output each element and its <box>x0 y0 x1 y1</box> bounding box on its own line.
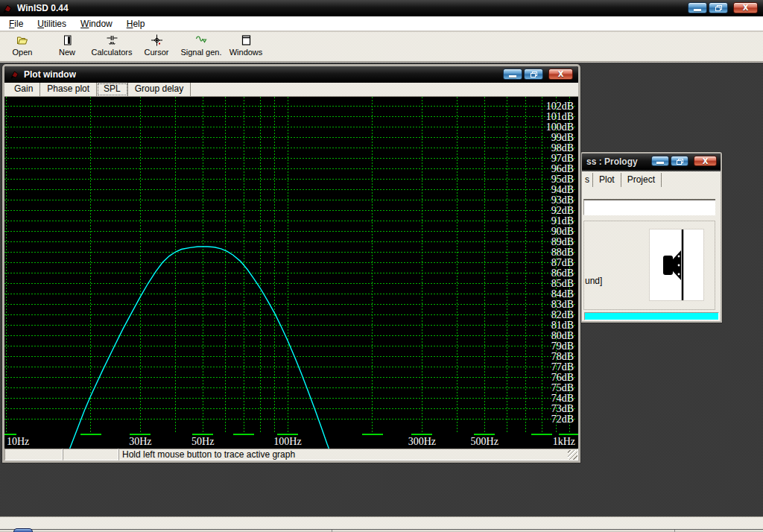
plot-window[interactable]: Plot window X Gain Phase plot SPL Group … <box>2 64 580 463</box>
cursor-label: Cursor <box>144 48 168 57</box>
winisd-app: WinISD 0.44 X File Utilities Window Help… <box>0 0 763 532</box>
signal-generator-sine-icon <box>195 34 208 46</box>
svg-text:82dB: 82dB <box>551 309 574 320</box>
plot-window-icon <box>10 70 19 79</box>
project-tab-project[interactable]: Project <box>621 173 662 187</box>
toolbar: Open New Calculators Cursor <box>0 32 763 62</box>
svg-text:1kHz: 1kHz <box>553 436 575 447</box>
main-titlebar[interactable]: WinISD 0.44 X <box>0 0 763 16</box>
project-restore-button[interactable] <box>671 156 688 166</box>
project-tab-bar: s Plot Project <box>582 171 721 188</box>
svg-text:81dB: 81dB <box>551 320 574 331</box>
project-tab-clipped[interactable]: s <box>583 173 593 187</box>
speaker-on-baffle-icon <box>650 229 703 300</box>
project-close-button[interactable]: X <box>694 156 717 166</box>
svg-text:10Hz: 10Hz <box>7 436 29 447</box>
project-window-controls: X <box>651 156 717 166</box>
open-button[interactable]: Open <box>0 32 45 60</box>
svg-text:50Hz: 50Hz <box>191 436 214 447</box>
open-folder-icon <box>16 34 29 46</box>
close-icon: X <box>743 4 749 12</box>
mdi-area: ss : Prology X s Plot Project <box>0 63 763 516</box>
cursor-button[interactable]: Cursor <box>134 32 179 60</box>
cursor-crosshair-icon <box>151 34 163 46</box>
svg-text:90dB: 90dB <box>551 226 574 237</box>
svg-text:85dB: 85dB <box>551 278 574 289</box>
minimize-button[interactable] <box>688 2 707 13</box>
spl-plot-area[interactable]: 102dB101dB100dB99dB98dB97dB96dB95dB94dB9… <box>4 97 578 449</box>
svg-text:99dB: 99dB <box>551 132 574 143</box>
svg-text:101dB: 101dB <box>546 111 574 122</box>
project-tab-plot[interactable]: Plot <box>593 173 621 187</box>
svg-text:102dB: 102dB <box>546 101 574 112</box>
progress-bar <box>584 312 719 320</box>
menu-window[interactable]: Window <box>75 17 118 31</box>
signal-gen-label: Signal gen. <box>180 48 221 57</box>
close-button[interactable]: X <box>733 2 758 13</box>
close-icon: X <box>558 70 564 78</box>
plot-window-controls: X <box>503 69 573 80</box>
plot-window-title: Plot window <box>24 69 76 80</box>
new-document-icon <box>61 34 74 46</box>
svg-text:73dB: 73dB <box>551 403 574 414</box>
restore-icon <box>531 72 537 77</box>
menu-help[interactable]: Help <box>121 17 151 31</box>
svg-text:75dB: 75dB <box>551 382 574 393</box>
plot-titlebar[interactable]: Plot window X <box>4 66 578 83</box>
svg-text:96dB: 96dB <box>551 163 574 174</box>
restore-button[interactable] <box>709 2 728 13</box>
svg-text:76dB: 76dB <box>551 372 574 383</box>
svg-text:87dB: 87dB <box>551 257 574 268</box>
svg-text:30Hz: 30Hz <box>129 436 151 447</box>
menu-utilities[interactable]: Utilities <box>31 17 72 31</box>
project-window[interactable]: ss : Prology X s Plot Project <box>580 152 722 323</box>
new-label: New <box>59 48 75 57</box>
status-panel-2 <box>63 449 118 460</box>
plot-minimize-button[interactable] <box>503 69 522 80</box>
plot-close-button[interactable]: X <box>548 69 573 80</box>
svg-text:94dB: 94dB <box>551 184 574 195</box>
driver-picture <box>649 229 704 301</box>
tab-spl[interactable]: SPL <box>97 83 128 96</box>
tab-gain[interactable]: Gain <box>7 83 40 96</box>
plot-statusbar: Hold left mouse button to trace active g… <box>4 449 578 460</box>
driver-field[interactable] <box>583 199 715 215</box>
project-window-title: ss : Prology <box>586 156 638 167</box>
open-label: Open <box>13 48 33 57</box>
svg-text:83dB: 83dB <box>551 299 574 310</box>
signal-gen-button[interactable]: Signal gen. <box>179 32 224 60</box>
calculators-label: Calculators <box>91 48 132 57</box>
windows-button[interactable]: Windows <box>224 32 268 60</box>
minimize-icon <box>694 9 701 11</box>
status-panel-1 <box>4 449 63 460</box>
os-taskbar[interactable] <box>0 529 763 532</box>
svg-text:86dB: 86dB <box>551 267 574 279</box>
resize-grip[interactable] <box>568 450 577 460</box>
restore-icon <box>677 159 683 165</box>
minimize-icon <box>509 75 516 77</box>
svg-text:89dB: 89dB <box>551 236 574 247</box>
restore-icon <box>715 5 722 11</box>
project-titlebar[interactable]: ss : Prology X <box>582 153 721 170</box>
spl-chart: 102dB101dB100dB99dB98dB97dB96dB95dB94dB9… <box>4 97 578 449</box>
minimize-icon <box>656 162 664 164</box>
calculators-button[interactable]: Calculators <box>89 32 134 60</box>
status-hint-text: Hold left mouse button to trace active g… <box>118 449 578 460</box>
tab-phase-plot[interactable]: Phase plot <box>40 83 97 96</box>
main-window-controls: X <box>688 2 758 13</box>
svg-text:91dB: 91dB <box>551 215 574 227</box>
start-button[interactable] <box>13 528 33 532</box>
svg-text:100dB: 100dB <box>546 121 574 133</box>
close-icon: X <box>703 157 709 165</box>
svg-text:100Hz: 100Hz <box>273 436 301 447</box>
windows-window-icon <box>240 34 253 46</box>
menu-file[interactable]: File <box>3 17 29 31</box>
svg-text:95dB: 95dB <box>551 174 574 185</box>
plot-restore-button[interactable] <box>524 69 543 80</box>
windows-label: Windows <box>229 48 263 57</box>
new-button[interactable]: New <box>45 32 89 60</box>
project-minimize-button[interactable] <box>651 156 669 166</box>
svg-text:84dB: 84dB <box>551 288 574 300</box>
plot-tab-bar: Gain Phase plot SPL Group delay <box>4 83 578 97</box>
tab-group-delay[interactable]: Group delay <box>128 83 191 96</box>
